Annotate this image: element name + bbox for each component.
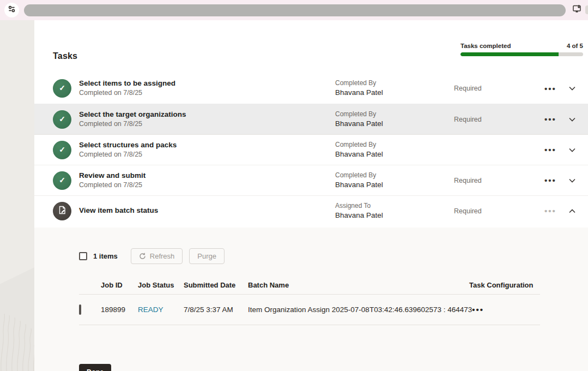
refresh-label: Refresh bbox=[150, 252, 175, 260]
task-by-label: Completed By bbox=[335, 110, 454, 119]
task-row-view-batch-status[interactable]: View item batch status Assigned To Bhava… bbox=[34, 195, 588, 226]
page-title: Tasks bbox=[53, 51, 77, 61]
chevron-down-icon[interactable] bbox=[564, 86, 580, 91]
progress-count: 4 of 5 bbox=[567, 43, 583, 49]
purge-label: Purge bbox=[197, 252, 216, 260]
task-subtitle: Completed on 7/8/25 bbox=[79, 119, 335, 128]
task-required-label: Required bbox=[454, 85, 537, 92]
task-by-value: Bhavana Patel bbox=[335, 149, 454, 159]
address-bar[interactable] bbox=[24, 4, 566, 16]
task-list: ✓ Select items to be assigned Completed … bbox=[34, 73, 588, 226]
task-subtitle: Completed on 7/8/25 bbox=[79, 150, 335, 159]
batch-name-value: Item Organization Assign 2025-07-08T03:4… bbox=[248, 306, 472, 314]
batch-status-panel: 1 items Refresh Purge bbox=[34, 228, 588, 371]
col-task-configuration: Task Configuration bbox=[469, 281, 540, 289]
progress-label: Tasks completed bbox=[460, 43, 511, 49]
task-by-label: Completed By bbox=[335, 171, 454, 180]
browser-settings-button[interactable] bbox=[4, 3, 19, 17]
background-swirl-decoration bbox=[0, 207, 34, 371]
task-by-value: Bhavana Patel bbox=[335, 88, 454, 98]
col-job-status: Job Status bbox=[138, 281, 184, 289]
refresh-icon bbox=[139, 253, 146, 260]
task-required-label: Required bbox=[454, 116, 537, 123]
row-overflow-menu-icon[interactable]: ••• bbox=[472, 305, 543, 314]
jobs-table-header: Job ID Job Status Submitted Date Batch N… bbox=[79, 276, 540, 295]
task-by-label: Completed By bbox=[335, 79, 454, 88]
overflow-menu-icon[interactable]: ••• bbox=[537, 115, 564, 124]
task-status-icon: ✓ bbox=[53, 79, 71, 98]
tasks-progress: Tasks completed 4 of 5 bbox=[460, 43, 583, 56]
overflow-menu-icon[interactable]: ••• bbox=[537, 145, 564, 154]
tasks-card: Tasks Tasks completed 4 of 5 ✓ Select it… bbox=[34, 20, 588, 371]
overflow-menu-icon[interactable]: ••• bbox=[537, 206, 564, 216]
task-row-select-target-orgs[interactable]: ✓ Select the target organizations Comple… bbox=[34, 104, 588, 134]
monitor-download-icon bbox=[572, 4, 583, 16]
check-icon: ✓ bbox=[59, 115, 65, 123]
check-icon: ✓ bbox=[59, 176, 65, 184]
tasks-header: Tasks Tasks completed 4 of 5 bbox=[34, 20, 588, 73]
task-subtitle: Completed on 7/8/25 bbox=[79, 88, 335, 97]
check-icon: ✓ bbox=[59, 145, 65, 154]
col-job-id: Job ID bbox=[101, 281, 138, 289]
overflow-menu-icon[interactable]: ••• bbox=[537, 84, 564, 93]
col-batch-name: Batch Name bbox=[248, 281, 469, 289]
document-edit-icon bbox=[58, 206, 66, 217]
sliders-icon bbox=[8, 5, 16, 15]
task-status-icon: ✓ bbox=[53, 171, 71, 190]
task-by-label: Completed By bbox=[335, 141, 454, 149]
job-id-value: 189899 bbox=[101, 306, 138, 314]
task-status-icon bbox=[53, 202, 71, 220]
done-label: Done bbox=[87, 368, 104, 371]
install-app-button[interactable] bbox=[571, 4, 584, 17]
task-row-review-submit[interactable]: ✓ Review and submit Completed on 7/8/25 … bbox=[34, 165, 588, 195]
chevron-down-icon[interactable] bbox=[564, 178, 580, 183]
progress-fill bbox=[460, 52, 559, 56]
submitted-date-value: 7/8/25 3:37 AM bbox=[184, 306, 248, 314]
chevron-down-icon[interactable] bbox=[564, 117, 580, 122]
browser-chrome-bar bbox=[0, 0, 588, 20]
task-required-label: Required bbox=[454, 177, 537, 184]
select-all-checkbox[interactable] bbox=[79, 252, 87, 260]
done-button[interactable]: Done bbox=[79, 364, 111, 371]
task-by-value: Bhavana Patel bbox=[335, 211, 454, 220]
items-count-label: 1 items bbox=[93, 252, 118, 260]
batch-toolbar: 1 items Refresh Purge bbox=[79, 248, 588, 264]
main-area: Tasks Tasks completed 4 of 5 ✓ Select it… bbox=[0, 20, 588, 371]
task-row-select-items[interactable]: ✓ Select items to be assigned Completed … bbox=[34, 73, 588, 104]
task-by-value: Bhavana Patel bbox=[335, 180, 454, 190]
task-title: Select items to be assigned bbox=[79, 79, 335, 88]
refresh-button[interactable]: Refresh bbox=[131, 248, 183, 264]
clipped-toolbar-item bbox=[585, 5, 588, 14]
task-by-value: Bhavana Patel bbox=[335, 119, 454, 129]
task-title: Select the target organizations bbox=[79, 110, 335, 119]
job-row[interactable]: 189899 READY 7/8/25 3:37 AM Item Organiz… bbox=[79, 295, 540, 325]
task-title: Select structures and packs bbox=[79, 141, 335, 150]
purge-button[interactable]: Purge bbox=[189, 248, 225, 264]
check-icon: ✓ bbox=[59, 83, 65, 92]
col-submitted-date: Submitted Date bbox=[184, 281, 248, 289]
overflow-menu-icon[interactable]: ••• bbox=[537, 176, 564, 185]
task-required-label: Required bbox=[454, 207, 537, 215]
task-status-icon: ✓ bbox=[53, 110, 71, 129]
task-subtitle: Completed on 7/8/25 bbox=[79, 181, 335, 189]
job-status-link[interactable]: READY bbox=[138, 306, 184, 314]
task-title: View item batch status bbox=[79, 206, 335, 216]
task-status-icon: ✓ bbox=[53, 141, 71, 159]
task-row-select-structures[interactable]: ✓ Select structures and packs Completed … bbox=[34, 134, 588, 165]
progress-track bbox=[460, 52, 583, 56]
jobs-table: Job ID Job Status Submitted Date Batch N… bbox=[79, 276, 540, 325]
chevron-down-icon[interactable] bbox=[564, 148, 580, 152]
row-checkbox[interactable] bbox=[79, 304, 81, 315]
chevron-up-icon[interactable] bbox=[564, 209, 580, 213]
task-title: Review and submit bbox=[79, 171, 335, 181]
task-by-label: Assigned To bbox=[335, 202, 454, 211]
